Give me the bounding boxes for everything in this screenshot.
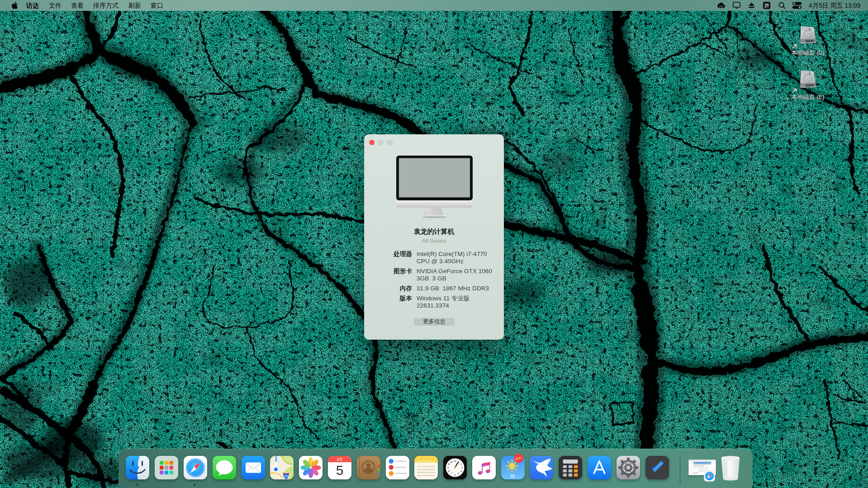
svg-text:晴: 晴 <box>511 474 515 479</box>
svg-text:4: 4 <box>460 470 462 473</box>
svg-text:3: 3 <box>461 466 463 469</box>
svg-text:5: 5 <box>458 472 459 475</box>
svg-text:9: 9 <box>447 466 449 469</box>
svg-text:280: 280 <box>284 475 289 478</box>
svg-text:10: 10 <box>448 463 451 465</box>
svg-text:12: 12 <box>454 460 456 462</box>
svg-text:11: 11 <box>450 460 453 463</box>
svg-text:2: 2 <box>460 463 462 465</box>
svg-text:6: 6 <box>455 474 456 476</box>
svg-text:5: 5 <box>336 463 344 478</box>
svg-text:7: 7 <box>451 472 452 475</box>
svg-text:4月: 4月 <box>337 457 342 462</box>
svg-text:拼: 拼 <box>764 3 769 8</box>
svg-text:8: 8 <box>448 470 450 473</box>
svg-text:17°: 17° <box>515 456 522 460</box>
